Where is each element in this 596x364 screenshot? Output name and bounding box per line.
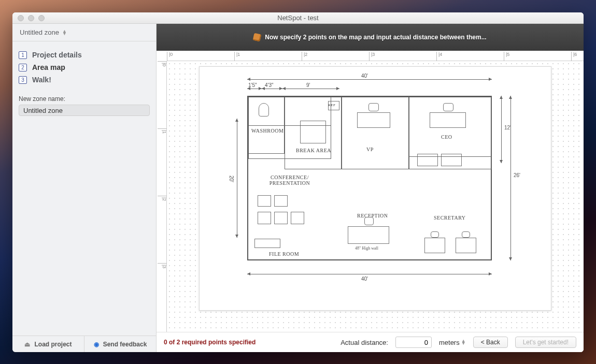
dim-line — [237, 119, 237, 238]
dim-line — [247, 79, 492, 80]
dim-label: 20' — [229, 176, 234, 182]
sidebar: Untitled zone ▲▼ 1 Project details 2 Are… — [12, 24, 157, 352]
dim-label: 26' — [514, 172, 520, 178]
room-label: Secretary — [434, 215, 466, 221]
unit-label: meters — [439, 339, 460, 346]
updown-icon: ▲▼ — [461, 340, 466, 345]
zone-name-block: New zone name: — [12, 90, 156, 121]
sidebar-bottom: ⏏ Load project ◉ Send feedback — [12, 336, 156, 352]
desk-icon — [424, 238, 445, 253]
points-status: 0 of 2 required points specified — [164, 339, 256, 346]
step-label: Walk! — [32, 76, 51, 84]
desk-icon — [348, 226, 389, 244]
feedback-icon: ◉ — [94, 341, 99, 348]
load-project-button[interactable]: ⏏ Load project — [12, 336, 84, 352]
dim-line — [247, 274, 492, 274]
dim-line — [510, 96, 511, 260]
step-number: 2 — [19, 64, 27, 71]
steps-list: 1 Project details 2 Area map 3 Walk! — [12, 41, 156, 90]
zone-selector-label: Untitled zone — [20, 28, 59, 36]
ruler-tick: |4 — [436, 52, 442, 61]
start-button[interactable]: Let's get started! — [515, 337, 576, 348]
step-number: 1 — [19, 51, 27, 59]
titlebar: NetSpot - test — [12, 12, 584, 24]
dim-line — [282, 89, 339, 89]
ruler-tick: |1 — [234, 52, 240, 61]
dim-line — [501, 96, 502, 163]
updown-icon: ▲▼ — [62, 30, 67, 35]
chair-icon — [274, 195, 288, 207]
zone-selector[interactable]: Untitled zone ▲▼ — [12, 24, 156, 41]
ruler-tick: |2 — [302, 52, 307, 61]
chair-icon — [274, 212, 288, 224]
floorplan-image: 40' 1'5" 4'3" 9' 12' 26' 20' — [199, 66, 551, 311]
floorplan-outline: Washroom REF Break Area VP — [247, 96, 492, 260]
note-label: 48" High wall — [355, 246, 378, 251]
step-area-map[interactable]: 2 Area map — [19, 61, 150, 74]
step-project-details[interactable]: 1 Project details — [19, 49, 150, 61]
send-feedback-button[interactable]: ◉ Send feedback — [84, 336, 156, 352]
bottom-toolbar: 0 of 2 required points specified Actual … — [157, 332, 584, 352]
dim-label: 40' — [361, 73, 368, 79]
chair-icon — [431, 231, 439, 238]
desk-icon — [456, 238, 476, 253]
ruler-tick: |2 — [158, 196, 167, 201]
chair-icon — [368, 103, 379, 111]
unit-selector[interactable]: meters ▲▼ — [439, 339, 466, 346]
dim-label: 9' — [306, 82, 310, 88]
ruler-tick: |5 — [504, 52, 509, 61]
instruction-banner: Now specify 2 points on the map and inpu… — [157, 24, 584, 51]
room-secretary — [409, 97, 492, 157]
dim-line — [262, 89, 282, 89]
app-window: NetSpot - test Untitled zone ▲▼ 1 Projec… — [12, 12, 584, 352]
chair-icon — [364, 217, 374, 225]
step-label: Area map — [32, 63, 65, 71]
load-project-label: Load project — [34, 341, 72, 348]
ruler-tick: |0 — [167, 52, 173, 61]
eject-icon: ⏏ — [24, 341, 30, 348]
window-title: NetSpot - test — [12, 14, 584, 22]
chair-icon — [258, 212, 271, 224]
room-label: VP — [366, 147, 374, 152]
zone-name-input[interactable] — [19, 105, 150, 116]
cookie-icon — [253, 33, 262, 42]
step-walk[interactable]: 3 Walk! — [19, 74, 150, 86]
cabinet-icon — [254, 239, 280, 248]
banner-text: Now specify 2 points on the map and inpu… — [265, 34, 486, 41]
window-body: Untitled zone ▲▼ 1 Project details 2 Are… — [12, 24, 584, 352]
room-file — [248, 97, 331, 126]
room-label: File Room — [269, 251, 299, 257]
ruler-tick: |1 — [158, 128, 167, 134]
dim-label: 4'3" — [265, 82, 274, 88]
ruler-tick: |6 — [571, 52, 577, 61]
dim-line — [247, 89, 262, 89]
step-label: Project details — [32, 51, 82, 59]
desk-icon — [357, 112, 390, 128]
ruler-tick: |3 — [369, 52, 375, 61]
step-number: 3 — [19, 76, 27, 84]
send-feedback-label: Send feedback — [103, 341, 147, 348]
ruler-horizontal: |0 |1 |2 |3 |4 |5 |6 — [167, 51, 584, 61]
zone-name-label: New zone name: — [19, 95, 150, 103]
distance-input[interactable] — [395, 337, 432, 348]
map-canvas[interactable]: |0 |1 |2 |3 |4 |5 |6 |0 |1 |2 |3 — [157, 51, 584, 332]
ruler-tick: |3 — [158, 263, 167, 268]
chair-icon — [291, 212, 304, 224]
chair-icon — [462, 231, 470, 238]
dim-label: 1'5" — [248, 82, 257, 88]
main-area: Now specify 2 points on the map and inpu… — [157, 24, 584, 352]
room-label: Conference/ Presentation — [259, 174, 321, 186]
ruler-vertical: |0 |1 |2 |3 — [157, 61, 167, 332]
ruler-tick: |0 — [158, 61, 167, 66]
actual-distance-label: Actual distance: — [340, 339, 388, 346]
dim-label: 40' — [361, 276, 368, 282]
chair-icon — [258, 195, 271, 207]
back-button[interactable]: < Back — [473, 337, 508, 348]
